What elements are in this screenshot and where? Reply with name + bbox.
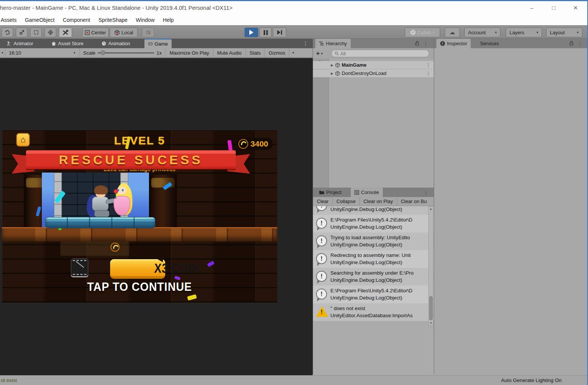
log-entry[interactable]: ! Trying to load assembly: UnityEdito Un…: [313, 232, 434, 250]
auto-generate-lighting-status[interactable]: Auto Generate Lighting On: [501, 377, 562, 383]
rose-icon: [114, 189, 118, 194]
unity-scene-icon: [335, 63, 340, 68]
log-entry[interactable]: ! E:\Program Files\Unity5.4.2\Editor\D U…: [313, 286, 434, 303]
step-button[interactable]: [273, 28, 286, 37]
row-menu-icon[interactable]: ⋮: [426, 62, 431, 68]
tab-project[interactable]: Project: [315, 188, 345, 197]
inspector-menu-icon[interactable]: ⋮: [577, 41, 583, 47]
rotation-local-button[interactable]: Local: [110, 28, 138, 37]
menu-spriteshape[interactable]: SpriteShape: [94, 15, 132, 25]
collab-button[interactable]: ✓ Collab ▾: [405, 28, 440, 37]
video-ad-icon[interactable]: [71, 258, 88, 277]
warning-entry[interactable]: '' does not exist UnityEditor.AssetDatab…: [313, 303, 434, 321]
layout-caret-icon: ▾: [577, 31, 579, 34]
aspect-ratio-dropdown[interactable]: 16:10▾: [5, 48, 79, 57]
scrollbar-thumb[interactable]: [429, 296, 433, 320]
tap-to-continue-text[interactable]: TAP TO CONTINUE: [10, 280, 269, 294]
tab-asset-store[interactable]: Asset Store: [48, 39, 87, 48]
clear-on-play-button[interactable]: Clear on Play: [360, 197, 397, 206]
tab-services[interactable]: Services: [476, 39, 503, 48]
mute-audio-button[interactable]: Mute Audio: [213, 48, 246, 57]
collab-caret-icon: ▾: [433, 31, 434, 34]
tab-game[interactable]: Game: [144, 39, 172, 48]
scale-slider-handle[interactable]: [101, 50, 105, 55]
minimize-button[interactable]: –: [525, 3, 538, 12]
pane-divider[interactable]: [313, 39, 313, 374]
account-dropdown[interactable]: Account▾: [464, 28, 500, 37]
menu-component[interactable]: Component: [59, 15, 94, 25]
tab-console[interactable]: Console: [351, 188, 383, 197]
expand-arrow-icon[interactable]: ▶: [331, 72, 333, 75]
log-entry[interactable]: ! E:\Program Files\Unity5.4.2\Editor\D U…: [313, 215, 434, 232]
falling-coin-icon: [111, 243, 120, 252]
layout-label: Layout: [550, 30, 565, 35]
grid-snap-button[interactable]: [142, 28, 154, 37]
collapse-button[interactable]: Collapse: [333, 197, 360, 206]
layers-caret-icon: ▾: [536, 31, 538, 34]
create-object-button[interactable]: +: [316, 50, 320, 57]
tab-inspector[interactable]: i Inspector: [436, 39, 471, 48]
console-pane: Project Console ⋮ Clear Collapse Clear o…: [313, 188, 434, 375]
hierarchy-icon: [319, 41, 324, 46]
menu-gameobject[interactable]: GameObject: [21, 15, 59, 25]
clear-on-build-button[interactable]: Clear on Bu: [397, 197, 431, 206]
menu-help[interactable]: Help: [159, 15, 178, 25]
pause-button[interactable]: [259, 28, 272, 37]
pivot-center-button[interactable]: Center: [82, 28, 109, 37]
hierarchy-menu-icon[interactable]: ⋮: [423, 41, 428, 47]
hierarchy-search-field[interactable]: [331, 50, 429, 57]
maximize-on-play-button[interactable]: Maximize On Play: [166, 48, 213, 57]
display-dropdown[interactable]: ▾: [0, 48, 5, 57]
layers-dropdown[interactable]: Layers▾: [506, 28, 542, 37]
row-menu-icon[interactable]: ⋮: [426, 70, 431, 76]
play-button[interactable]: [244, 28, 258, 37]
close-button[interactable]: ✕: [569, 3, 582, 12]
menu-assets[interactable]: Assets: [0, 15, 21, 25]
hierarchy-search-input[interactable]: [340, 51, 426, 57]
game-screen[interactable]: ⌂ LEVEL 5 3400 Lava can damage princess …: [2, 130, 277, 302]
log-entry[interactable]: ! Redirecting to assembly name: Unit Uni…: [313, 250, 434, 268]
gizmos-caret-button[interactable]: ▾: [289, 48, 297, 57]
scroll-up-icon[interactable]: ▲: [429, 207, 433, 211]
maximize-button[interactable]: □: [547, 3, 560, 12]
gizmos-button[interactable]: Gizmos: [265, 48, 289, 57]
tab-animation[interactable]: Animation: [98, 39, 134, 48]
cloud-button[interactable]: ☁: [445, 28, 460, 37]
knight-hair: [94, 185, 108, 194]
tab-hierarchy[interactable]: Hierarchy: [315, 39, 351, 48]
scale-slider[interactable]: [98, 52, 154, 53]
clear-button[interactable]: Clear: [313, 197, 333, 206]
pivot-center-label: Center: [91, 30, 106, 35]
console-scrollbar[interactable]: ▲ ▼: [428, 206, 433, 326]
expand-arrow-icon[interactable]: ▶: [331, 63, 333, 67]
step-icon: [277, 30, 282, 35]
custom-tools-button[interactable]: [59, 28, 72, 37]
stats-label: Stats: [250, 50, 261, 56]
log-entry[interactable]: ! Searching for assembly under E:\Pro Un…: [313, 268, 434, 286]
aspect-ratio-value: 16:10: [9, 50, 21, 56]
game-pane-menu-icon[interactable]: ⋮: [303, 40, 308, 46]
stats-button[interactable]: Stats: [246, 48, 265, 57]
rotate-tool-button[interactable]: [2, 28, 13, 37]
rect-tool-button[interactable]: [30, 28, 42, 37]
wrench-icon: [62, 29, 69, 36]
pane-divider[interactable]: [434, 39, 434, 374]
brick-ledge: [2, 227, 277, 241]
lock-icon[interactable]: [415, 41, 419, 47]
pivot-icon: [85, 30, 90, 35]
scene-name: DontDestroyOnLoad: [342, 70, 387, 76]
hierarchy-row-maingame[interactable]: ▶ MainGame ⋮: [313, 61, 434, 69]
console-icon: [355, 190, 359, 195]
castle-scene: [2, 173, 277, 228]
scroll-down-icon[interactable]: ▼: [429, 321, 433, 325]
transform-tool-button[interactable]: [45, 28, 56, 37]
lock-icon[interactable]: [569, 41, 574, 47]
hierarchy-row-dontdestroyonload[interactable]: ▶ DontDestroyOnLoad ⋮: [313, 69, 434, 77]
status-message[interactable]: ot exist: [1, 377, 17, 383]
scale-tool-button[interactable]: [16, 28, 28, 37]
menu-window[interactable]: Window: [132, 15, 159, 25]
tab-animator[interactable]: Animator: [3, 39, 37, 48]
layout-dropdown[interactable]: Layout▾: [546, 28, 582, 37]
console-menu-icon[interactable]: ⋮: [423, 189, 428, 196]
log-entry[interactable]: ! Searching for assembly under E:\Pr Uni…: [313, 206, 434, 215]
